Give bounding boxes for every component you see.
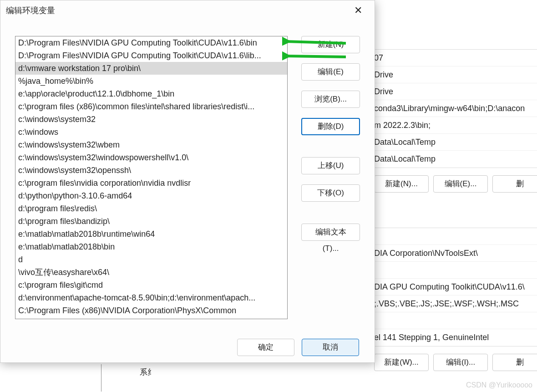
- close-icon[interactable]: ✕: [347, 3, 369, 18]
- list-item[interactable]: \vivo互传\easyshare\x64\: [15, 266, 287, 279]
- edit-sys-var-button[interactable]: 编辑(I)...: [433, 354, 488, 371]
- list-item[interactable]: d:\python\python-3.10.6-amd64: [15, 189, 287, 202]
- list-item[interactable]: D:\Program Files\NVIDIA GPU Computing To…: [15, 36, 287, 49]
- move-up-button[interactable]: 上移(U): [301, 157, 360, 174]
- list-item[interactable]: e:\matlab\matlab2018b\runtime\win64: [15, 228, 287, 240]
- system-vars-label: 系纟: [140, 367, 155, 377]
- new-entry-button[interactable]: 新建(N): [301, 36, 360, 53]
- edit-text-button[interactable]: 编辑文本(T)...: [301, 224, 360, 241]
- delete-user-var-button[interactable]: 删: [492, 175, 537, 193]
- list-item[interactable]: d:\vmware workstation 17 pro\bin\: [15, 62, 287, 75]
- move-down-button[interactable]: 下移(O): [301, 184, 360, 202]
- delete-entry-button[interactable]: 删除(D): [301, 118, 360, 135]
- edit-user-var-button[interactable]: 编辑(E)...: [433, 175, 488, 193]
- list-item[interactable]: C:\Program Files (x86)\NVIDIA Corporatio…: [15, 304, 287, 317]
- path-entries-listbox[interactable]: D:\Program Files\NVIDIA GPU Computing To…: [15, 36, 288, 319]
- edit-env-variable-dialog: 编辑环境变量 ✕ D:\Program Files\NVIDIA GPU Com…: [0, 0, 375, 363]
- dialog-titlebar: 编辑环境变量 ✕: [0, 0, 375, 20]
- list-item[interactable]: c:\windows\system32\openssh\: [15, 164, 287, 177]
- list-item[interactable]: c:\windows\system32: [15, 113, 287, 126]
- dialog-title: 编辑环境变量: [6, 5, 347, 16]
- watermark: CSDN @Yurikooooo: [466, 381, 532, 389]
- cancel-button[interactable]: 取消: [302, 339, 359, 356]
- list-item[interactable]: d:\program files\bandizip\: [15, 215, 287, 228]
- delete-sys-var-button[interactable]: 删: [492, 354, 537, 371]
- list-item[interactable]: c:\windows: [15, 126, 287, 138]
- new-sys-var-button[interactable]: 新建(W)...: [374, 354, 429, 371]
- list-item[interactable]: e:\matlab\matlab2018b\bin: [15, 240, 287, 253]
- list-item[interactable]: c:\program files\nvidia corporation\nvid…: [15, 177, 287, 189]
- list-item[interactable]: c:\program files (x86)\common files\inte…: [15, 100, 287, 113]
- list-item[interactable]: c:\program files\git\cmd: [15, 279, 287, 291]
- list-item[interactable]: e:\app\oracle\product\12.1.0\dbhome_1\bi…: [15, 87, 287, 100]
- list-item[interactable]: d:\program files\redis\: [15, 202, 287, 215]
- edit-entry-button[interactable]: 编辑(E): [301, 63, 360, 81]
- list-item[interactable]: %java_home%\bin%: [15, 75, 287, 87]
- list-item[interactable]: c:\windows\system32\wbem: [15, 138, 287, 151]
- list-item[interactable]: c:\windows\system32\windowspowershell\v1…: [15, 151, 287, 164]
- ok-button[interactable]: 确定: [237, 339, 294, 356]
- divider: [101, 364, 101, 392]
- list-item[interactable]: d:\environment\apache-tomcat-8.5.90\bin;…: [15, 291, 287, 304]
- browse-button[interactable]: 浏览(B)...: [301, 91, 360, 108]
- new-user-var-button[interactable]: 新建(N)...: [374, 175, 429, 193]
- list-item[interactable]: d: [15, 253, 287, 266]
- list-item[interactable]: D:\Program Files\NVIDIA GPU Computing To…: [15, 49, 287, 62]
